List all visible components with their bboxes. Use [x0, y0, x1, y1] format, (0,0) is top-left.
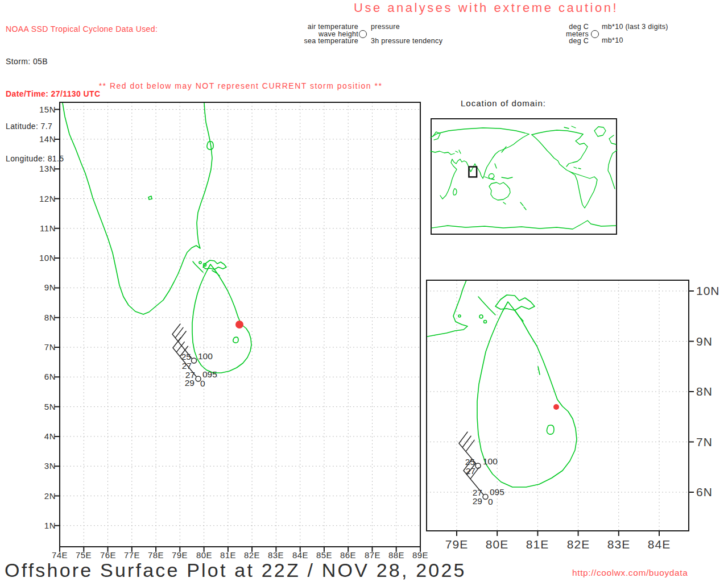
station2-tendency: 0 — [200, 379, 205, 388]
main-lon-label: 86E — [336, 550, 361, 560]
legend-tendency: 3h pressure tendency — [371, 38, 442, 45]
station-legend-left: air temperature wave height sea temperat… — [284, 23, 358, 45]
zoom-lat-label: 6N — [696, 485, 713, 499]
main-lat-label: 3N — [32, 461, 56, 471]
main-lon-label: 89E — [408, 550, 433, 560]
islet — [458, 315, 461, 317]
zoom-lon-label: 82E — [561, 538, 595, 551]
station-circle — [192, 358, 197, 363]
main-lat-label: 15N — [32, 105, 56, 114]
mannar-islet — [199, 261, 201, 264]
main-lat-label: 8N — [32, 313, 56, 322]
main-lat-label: 7N — [32, 342, 56, 352]
station1-pressure: 100 — [483, 456, 498, 466]
station-circle — [475, 463, 481, 468]
mannar-chain-zoom — [478, 297, 495, 315]
mannar-islet — [479, 315, 483, 318]
main-lon-label: 84E — [288, 550, 313, 560]
noaa-data-line: NOAA SSD Tropical Cyclone Data Used: — [6, 24, 158, 35]
source-url-link[interactable]: http://coolwx.com/buoydata — [572, 568, 688, 578]
world-map-frame — [431, 119, 617, 234]
legend-tendency-units: mb*10 — [602, 37, 623, 44]
main-lat-label: 1N — [32, 521, 56, 530]
zoom-lat-label: 10N — [696, 284, 720, 298]
station-legend-circle-icon — [359, 30, 367, 38]
inland-mark — [538, 367, 540, 375]
zoom-lon-label: 81E — [520, 538, 555, 551]
zoom-lat-label: 7N — [696, 435, 713, 449]
main-lon-label: 82E — [239, 550, 264, 560]
main-lat-label: 14N — [32, 134, 56, 144]
main-lon-label: 76E — [96, 550, 121, 560]
main-lon-label: 75E — [71, 550, 96, 560]
main-lon-label: 81E — [216, 550, 241, 560]
legend-air-units: deg C — [535, 23, 589, 31]
units-legend-circle-icon — [591, 30, 599, 38]
world-inset-map — [431, 118, 617, 235]
zoom-lon-label: 80E — [480, 538, 514, 551]
main-lon-label: 85E — [312, 550, 337, 560]
legend-sea-units: deg C — [535, 38, 589, 45]
plot-title: Offshore Surface Plot at 22Z / NOV 28, 2… — [5, 559, 466, 581]
small-island — [148, 196, 152, 199]
station2-sea-temp: 29 — [473, 496, 482, 506]
station1-pressure: 100 — [198, 351, 213, 361]
main-lon-label: 78E — [143, 550, 168, 560]
batticaloa-lagoon — [233, 337, 238, 343]
main-lon-label: 87E — [360, 550, 385, 560]
station2-pressure: 095 — [490, 487, 504, 497]
main-lat-label: 10N — [32, 253, 56, 263]
storm-dot-zoom — [553, 404, 559, 410]
legend-air-temp: air temperature — [284, 23, 358, 31]
mannar-islet — [484, 321, 487, 323]
main-lon-label: 80E — [192, 550, 217, 560]
zoom-lon-label: 84E — [642, 538, 676, 551]
india-coastline-zoom — [427, 280, 468, 336]
legend-pressure: pressure — [371, 23, 400, 31]
station-circle — [483, 494, 488, 500]
zoom-lon-label: 83E — [602, 538, 636, 551]
zoom-lat-label: 9N — [696, 335, 713, 348]
main-lat-label: 12N — [32, 194, 56, 203]
main-lon-label: 88E — [384, 550, 409, 560]
units-legend-left: deg C meters deg C — [535, 23, 589, 45]
main-lat-label: 6N — [32, 372, 56, 381]
world-coastlines — [431, 126, 617, 229]
station2-sea-temp: 29 — [185, 378, 195, 388]
legend-pressure-units: mb*10 (last 3 digits) — [602, 23, 668, 31]
storm-dot — [235, 321, 243, 329]
zoom-map-lat-ticks — [689, 291, 694, 492]
zoom-lon-label: 79E — [440, 538, 474, 551]
page: { "header": { "noaa_line": "NOAA SSD Tro… — [0, 0, 728, 582]
batticaloa-lagoon-zoom — [547, 425, 554, 434]
main-lon-label: 79E — [167, 550, 192, 560]
storm-position-warning: ** Red dot below may NOT represent CURRE… — [80, 81, 402, 90]
main-lat-label: 2N — [32, 491, 56, 501]
main-lon-label: 74E — [47, 550, 72, 560]
zoom-lat-label: 8N — [696, 385, 713, 398]
main-lon-label: 77E — [119, 550, 144, 560]
storm-line: Storm: 05B — [6, 56, 158, 67]
main-lat-label: 9N — [32, 282, 56, 292]
station2-tendency: 0 — [488, 497, 493, 506]
main-lon-label: 83E — [263, 550, 288, 560]
jaffna-peninsula — [203, 260, 226, 276]
legend-sea-temp: sea temperature — [284, 38, 358, 45]
zoom-map-lon-ticks — [457, 531, 659, 536]
zoom-map: 25 100 27 27 095 29 0 — [421, 275, 700, 542]
main-lat-label: 5N — [32, 402, 56, 411]
station2-pressure: 095 — [202, 369, 217, 379]
main-lat-label: 4N — [32, 431, 56, 441]
inset-title: Location of domain: — [461, 98, 546, 108]
main-lat-label: 11N — [32, 223, 56, 233]
india-coastline — [63, 103, 212, 314]
jaffna-peninsula-zoom — [495, 295, 535, 321]
caution-banner: Use analyses with extreme caution! — [354, 1, 618, 15]
main-map: 25 100 27 27 095 29 0 — [54, 97, 429, 560]
main-lat-label: 13N — [32, 164, 56, 173]
